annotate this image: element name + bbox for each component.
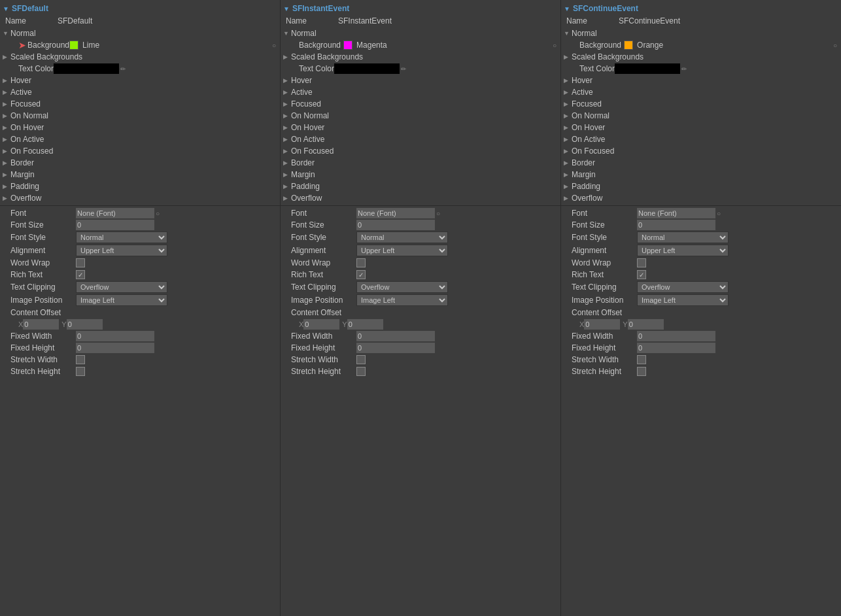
state-active[interactable]: ▶Active: [281, 86, 560, 98]
state-padding[interactable]: ▶Padding: [0, 180, 280, 192]
rich-text-checkbox[interactable]: [637, 270, 646, 279]
stretch-height-checkbox[interactable]: [76, 367, 85, 376]
image-position-dropdown[interactable]: Image Left: [356, 294, 448, 306]
font-input[interactable]: [637, 208, 715, 218]
stretch-width-checkbox[interactable]: [356, 355, 366, 364]
state-focused[interactable]: ▶Focused: [0, 98, 280, 110]
state-on-focused[interactable]: ▶On Focused: [0, 145, 280, 157]
state-active[interactable]: ▶Active: [561, 86, 841, 98]
text-color-pencil-button[interactable]: ✏: [400, 65, 407, 73]
state-hover[interactable]: ▶Hover: [561, 75, 841, 86]
fixed-height-input[interactable]: [637, 343, 715, 353]
state-hover[interactable]: ▶Hover: [281, 75, 560, 86]
state-overflow[interactable]: ▶Overflow: [0, 192, 280, 204]
state-border[interactable]: ▶Border: [561, 157, 841, 169]
text-color-block[interactable]: [615, 63, 680, 74]
state-margin[interactable]: ▶Margin: [561, 169, 841, 180]
rich-text-checkbox[interactable]: [76, 270, 85, 279]
fixed-width-input[interactable]: [76, 331, 154, 341]
state-margin[interactable]: ▶Margin: [0, 169, 280, 180]
state-on-active[interactable]: ▶On Active: [0, 133, 280, 145]
text-color-pencil-button[interactable]: ✏: [119, 65, 127, 73]
state-overflow[interactable]: ▶Overflow: [561, 192, 841, 204]
y-input[interactable]: [67, 319, 103, 330]
text-color-block[interactable]: [54, 63, 119, 74]
fixed-width-input[interactable]: [637, 331, 715, 341]
image-position-dropdown[interactable]: Image Left: [76, 294, 167, 306]
alignment-dropdown[interactable]: Upper Left: [637, 245, 729, 256]
font-reset-button[interactable]: ○: [715, 210, 722, 217]
state-on-hover[interactable]: ▶On Hover: [0, 122, 280, 133]
text-color-pencil-button[interactable]: ✏: [680, 65, 688, 73]
state-focused[interactable]: ▶Focused: [561, 98, 841, 110]
text-clipping-dropdown[interactable]: Overflow: [76, 281, 167, 293]
panel-header[interactable]: ▼SFDefault: [0, 3, 280, 14]
fixed-height-input[interactable]: [76, 343, 154, 353]
state-padding[interactable]: ▶Padding: [561, 180, 841, 192]
text-clipping-dropdown[interactable]: Overflow: [637, 281, 729, 293]
stretch-height-checkbox[interactable]: [637, 367, 646, 376]
background-color-name[interactable]: Orange: [637, 41, 832, 50]
state-border[interactable]: ▶Border: [281, 157, 560, 169]
x-input[interactable]: [303, 319, 339, 330]
state-active[interactable]: ▶Active: [0, 86, 280, 98]
font-style-dropdown[interactable]: Normal: [356, 231, 448, 243]
background-color-swatch[interactable]: [624, 41, 633, 50]
text-clipping-dropdown[interactable]: Overflow: [356, 281, 448, 293]
font-style-dropdown[interactable]: Normal: [76, 231, 167, 243]
background-reset-button[interactable]: ○: [832, 42, 838, 49]
alignment-dropdown[interactable]: Upper Left: [76, 245, 167, 256]
state-overflow[interactable]: ▶Overflow: [281, 192, 560, 204]
state-focused[interactable]: ▶Focused: [281, 98, 560, 110]
stretch-width-checkbox[interactable]: [76, 355, 85, 364]
background-color-name[interactable]: Lime: [82, 41, 271, 50]
background-color-name[interactable]: Magenta: [356, 41, 551, 50]
state-on-hover[interactable]: ▶On Hover: [281, 122, 560, 133]
state-on-focused[interactable]: ▶On Focused: [561, 145, 841, 157]
background-reset-button[interactable]: ○: [271, 42, 277, 49]
font-size-input[interactable]: [76, 220, 154, 230]
stretch-height-checkbox[interactable]: [356, 367, 366, 376]
state-on-normal[interactable]: ▶On Normal: [281, 110, 560, 122]
font-input[interactable]: [76, 208, 154, 218]
image-position-dropdown[interactable]: Image Left: [637, 294, 729, 306]
state-on-focused[interactable]: ▶On Focused: [281, 145, 560, 157]
alignment-dropdown[interactable]: Upper Left: [356, 245, 448, 256]
word-wrap-checkbox[interactable]: [76, 258, 85, 267]
x-input[interactable]: [584, 319, 620, 330]
state-on-active[interactable]: ▶On Active: [281, 133, 560, 145]
scaled-backgrounds-row[interactable]: ▶Scaled Backgrounds: [0, 51, 280, 63]
state-on-active[interactable]: ▶On Active: [561, 133, 841, 145]
y-input[interactable]: [628, 319, 664, 330]
scaled-backgrounds-row[interactable]: ▶Scaled Backgrounds: [561, 51, 841, 63]
font-reset-button[interactable]: ○: [435, 210, 441, 217]
panel-header[interactable]: ▼SFContinueEvent: [561, 3, 841, 14]
font-size-input[interactable]: [637, 220, 715, 230]
state-border[interactable]: ▶Border: [0, 157, 280, 169]
font-style-dropdown[interactable]: Normal: [637, 231, 729, 243]
scaled-backgrounds-row[interactable]: ▶Scaled Backgrounds: [281, 51, 560, 63]
panel-header[interactable]: ▼SFInstantEvent: [281, 3, 560, 14]
state-on-hover[interactable]: ▶On Hover: [561, 122, 841, 133]
word-wrap-checkbox[interactable]: [637, 258, 646, 267]
text-color-block[interactable]: [334, 63, 400, 74]
font-input[interactable]: [356, 208, 435, 218]
font-size-input[interactable]: [356, 220, 435, 230]
fixed-width-input[interactable]: [356, 331, 435, 341]
state-on-normal[interactable]: ▶On Normal: [0, 110, 280, 122]
word-wrap-checkbox[interactable]: [356, 258, 366, 267]
state-margin[interactable]: ▶Margin: [281, 169, 560, 180]
background-color-swatch[interactable]: [69, 41, 78, 50]
x-input[interactable]: [23, 319, 59, 330]
section-normal[interactable]: ▼Normal: [281, 27, 560, 39]
section-normal[interactable]: ▼Normal: [561, 27, 841, 39]
state-padding[interactable]: ▶Padding: [281, 180, 560, 192]
section-normal[interactable]: ▼Normal: [0, 27, 280, 39]
state-hover[interactable]: ▶Hover: [0, 75, 280, 86]
background-reset-button[interactable]: ○: [551, 42, 558, 49]
stretch-width-checkbox[interactable]: [637, 355, 646, 364]
y-input[interactable]: [347, 319, 383, 330]
background-color-swatch[interactable]: [343, 41, 352, 50]
font-reset-button[interactable]: ○: [154, 210, 161, 217]
fixed-height-input[interactable]: [356, 343, 435, 353]
